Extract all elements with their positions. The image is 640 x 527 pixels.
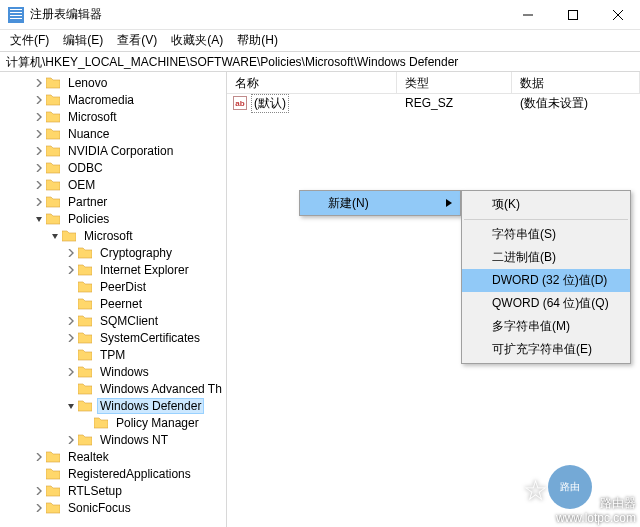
tree-item[interactable]: Policy Manager [0,414,226,431]
expand-collapse-icon[interactable] [64,436,78,444]
tree-item[interactable]: Microsoft [0,227,226,244]
folder-icon [46,484,62,498]
value-name: (默认) [251,94,289,113]
tree-item[interactable]: TPM [0,346,226,363]
tree-item[interactable]: SystemCertificates [0,329,226,346]
context-submenu-label: 二进制值(B) [492,249,556,266]
tree-item[interactable]: PeerDist [0,278,226,295]
tree-item-label: Windows [97,365,152,379]
folder-icon [46,501,62,515]
expand-collapse-icon[interactable] [32,130,46,138]
expand-collapse-icon[interactable] [64,402,78,410]
folder-icon [46,450,62,464]
context-submenu-item[interactable]: QWORD (64 位)值(Q) [462,292,630,315]
tree-item[interactable]: OEM [0,176,226,193]
tree-item[interactable]: Internet Explorer [0,261,226,278]
context-submenu-label: 可扩充字符串值(E) [492,341,592,358]
menu-favorites[interactable]: 收藏夹(A) [165,30,229,51]
menu-view[interactable]: 查看(V) [111,30,163,51]
tree-item[interactable]: Policies [0,210,226,227]
menu-file[interactable]: 文件(F) [4,30,55,51]
tree-item-label: Internet Explorer [97,263,192,277]
tree-item[interactable]: SQMClient [0,312,226,329]
svg-marker-7 [446,199,452,207]
tree-item[interactable]: SonicFocus [0,499,226,516]
context-submenu-item[interactable]: DWORD (32 位)值(D) [462,269,630,292]
tree-item-label: RTLSetup [65,484,125,498]
expand-collapse-icon[interactable] [32,96,46,104]
tree-item[interactable]: Microsoft [0,108,226,125]
minimize-button[interactable] [505,0,550,30]
menu-edit[interactable]: 编辑(E) [57,30,109,51]
expand-collapse-icon[interactable] [32,147,46,155]
expand-collapse-icon[interactable] [64,317,78,325]
expand-collapse-icon[interactable] [32,487,46,495]
column-header-type[interactable]: 类型 [397,72,512,93]
maximize-button[interactable] [550,0,595,30]
tree-item[interactable]: Peernet [0,295,226,312]
tree-item-label: SystemCertificates [97,331,203,345]
column-header-name[interactable]: 名称 [227,72,397,93]
list-pane[interactable]: 名称 类型 数据 ab (默认) REG_SZ (数值未设置) 新建(N) 项(… [227,72,640,527]
expand-collapse-icon[interactable] [64,368,78,376]
tree-item-label: Windows Advanced Th [97,382,225,396]
folder-icon [78,382,94,396]
expand-collapse-icon[interactable] [48,232,62,240]
context-submenu-item[interactable]: 项(K) [462,193,630,216]
expand-collapse-icon[interactable] [32,453,46,461]
value-type: REG_SZ [397,96,512,110]
expand-collapse-icon[interactable] [64,266,78,274]
tree-item[interactable]: ODBC [0,159,226,176]
close-button[interactable] [595,0,640,30]
column-header-data[interactable]: 数据 [512,72,640,93]
tree-item-label: SonicFocus [65,501,134,515]
tree-item[interactable]: NVIDIA Corporation [0,142,226,159]
tree-item-label: Realtek [65,450,112,464]
expand-collapse-icon[interactable] [32,215,46,223]
context-submenu: 项(K)字符串值(S)二进制值(B)DWORD (32 位)值(D)QWORD … [461,190,631,364]
tree-item[interactable]: Windows Advanced Th [0,380,226,397]
expand-collapse-icon[interactable] [32,181,46,189]
tree-item[interactable]: Windows NT [0,431,226,448]
tree-item[interactable]: Partner [0,193,226,210]
folder-icon [46,76,62,90]
tree-item[interactable]: RegisteredApplications [0,465,226,482]
folder-icon [78,280,94,294]
expand-collapse-icon[interactable] [32,113,46,121]
list-row[interactable]: ab (默认) REG_SZ (数值未设置) [227,94,640,112]
address-bar[interactable]: 计算机\HKEY_LOCAL_MACHINE\SOFTWARE\Policies… [0,52,640,72]
expand-collapse-icon[interactable] [32,504,46,512]
tree-item[interactable]: Macromedia [0,91,226,108]
expand-collapse-icon[interactable] [32,164,46,172]
tree-item-label: OEM [65,178,98,192]
folder-icon [46,178,62,192]
folder-icon [46,467,62,481]
expand-collapse-icon[interactable] [64,249,78,257]
tree-item[interactable]: Nuance [0,125,226,142]
tree-item[interactable]: Windows [0,363,226,380]
tree-item[interactable]: Realtek [0,448,226,465]
app-icon [8,7,24,23]
tree-item-label: Windows Defender [97,398,204,414]
tree-item[interactable]: Windows Defender [0,397,226,414]
context-submenu-item[interactable]: 可扩充字符串值(E) [462,338,630,361]
tree-item[interactable]: Lenovo [0,74,226,91]
expand-collapse-icon[interactable] [64,334,78,342]
folder-icon [46,161,62,175]
context-submenu-label: QWORD (64 位)值(Q) [492,295,609,312]
expand-collapse-icon[interactable] [32,198,46,206]
tree-item[interactable]: Cryptography [0,244,226,261]
context-submenu-item[interactable]: 二进制值(B) [462,246,630,269]
context-submenu-item[interactable]: 字符串值(S) [462,223,630,246]
title-bar: 注册表编辑器 [0,0,640,30]
expand-collapse-icon[interactable] [32,79,46,87]
tree-pane[interactable]: LenovoMacromediaMicrosoftNuanceNVIDIA Co… [0,72,227,527]
context-menu-item-new[interactable]: 新建(N) [300,191,460,215]
folder-icon [46,110,62,124]
folder-icon [62,229,78,243]
menu-help[interactable]: 帮助(H) [231,30,284,51]
folder-icon [78,263,94,277]
tree-item[interactable]: RTLSetup [0,482,226,499]
tree-item-label: Peernet [97,297,145,311]
context-submenu-item[interactable]: 多字符串值(M) [462,315,630,338]
